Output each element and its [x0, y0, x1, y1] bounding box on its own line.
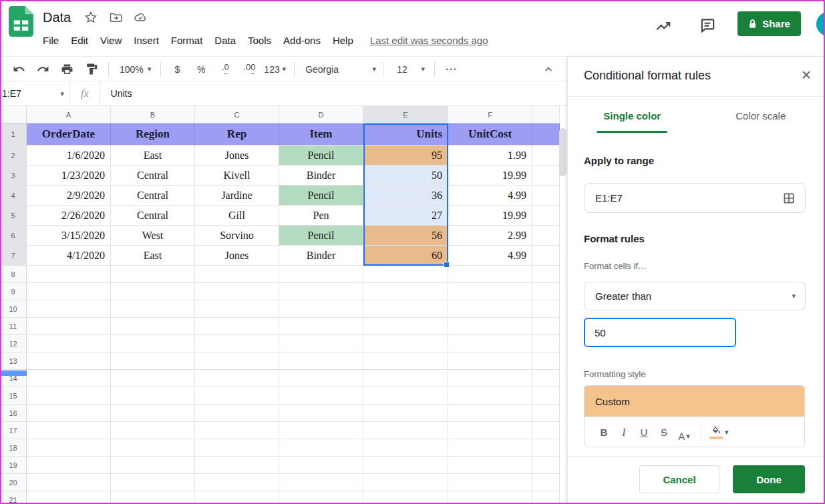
cell[interactable] — [111, 335, 195, 352]
row-header-20[interactable]: 20 — [0, 474, 27, 491]
cell[interactable] — [27, 370, 111, 387]
cell[interactable] — [532, 387, 560, 405]
sheets-logo[interactable] — [9, 6, 33, 37]
cell[interactable] — [448, 283, 532, 300]
cell[interactable] — [195, 283, 279, 300]
cell[interactable] — [279, 335, 363, 352]
cell[interactable]: 95 — [363, 146, 448, 166]
cell[interactable]: Central — [111, 206, 195, 226]
cell[interactable]: 2/26/2020 — [27, 206, 111, 226]
cell[interactable] — [363, 352, 448, 370]
menu-item-file[interactable]: File — [37, 33, 65, 48]
cell[interactable]: 4/1/2020 — [27, 246, 111, 266]
cell[interactable] — [111, 457, 195, 474]
cell[interactable] — [363, 370, 448, 387]
cell[interactable]: 3/15/2020 — [27, 226, 111, 246]
cell[interactable] — [448, 422, 532, 439]
zoom-control[interactable]: 100% ▾ — [116, 64, 155, 75]
column-header-F[interactable]: F — [448, 106, 532, 123]
cell[interactable] — [532, 300, 560, 318]
cell[interactable] — [111, 387, 195, 405]
menu-item-data[interactable]: Data — [208, 33, 242, 48]
percent-format-button[interactable]: % — [192, 60, 210, 79]
cell[interactable] — [279, 422, 363, 439]
cell[interactable]: 1/6/2020 — [27, 146, 111, 166]
cell[interactable] — [195, 457, 279, 474]
cell[interactable] — [363, 300, 448, 318]
select-range-icon[interactable] — [782, 192, 796, 205]
row-header-5[interactable]: 5 — [0, 206, 27, 226]
collapse-toolbar-button[interactable] — [539, 60, 558, 79]
column-header-partial[interactable] — [532, 106, 560, 123]
cancel-button[interactable]: Cancel — [639, 465, 719, 493]
cell[interactable] — [27, 335, 111, 352]
cell[interactable]: West — [111, 226, 195, 246]
menu-item-tools[interactable]: Tools — [242, 33, 277, 48]
cell[interactable]: Pencil — [279, 226, 363, 246]
cell[interactable] — [532, 318, 560, 335]
cell[interactable] — [532, 283, 560, 300]
menu-item-format[interactable]: Format — [165, 33, 209, 48]
cell[interactable] — [27, 457, 111, 474]
cell[interactable]: Jardine — [195, 186, 279, 206]
cell[interactable]: 4.99 — [448, 186, 532, 206]
row-header-10[interactable]: 10 — [0, 300, 27, 318]
cell[interactable] — [363, 474, 448, 491]
row-header-16[interactable]: 16 — [0, 405, 27, 422]
cell[interactable]: 1.99 — [448, 146, 532, 166]
cell[interactable] — [448, 300, 532, 318]
cell[interactable] — [279, 457, 363, 474]
cell[interactable]: Kivell — [195, 166, 279, 186]
range-input[interactable]: E1:E7 — [584, 183, 806, 213]
cell[interactable] — [279, 370, 363, 387]
vertical-scrollbar[interactable] — [559, 128, 566, 176]
row-header-19[interactable]: 19 — [0, 457, 27, 474]
cell[interactable]: 1/23/2020 — [27, 166, 111, 186]
cell-header-rep[interactable]: Rep — [195, 123, 279, 146]
cell[interactable] — [448, 439, 532, 457]
cell[interactable] — [195, 300, 279, 318]
cell[interactable]: 2/9/2020 — [27, 186, 111, 206]
cell[interactable] — [532, 439, 560, 457]
cell[interactable] — [448, 474, 532, 491]
cell[interactable] — [448, 370, 532, 387]
cell[interactable] — [532, 352, 560, 370]
cell-header-partial[interactable] — [532, 123, 560, 146]
column-header-A[interactable]: A — [27, 106, 111, 123]
cell[interactable] — [532, 166, 560, 186]
cell[interactable] — [448, 352, 532, 370]
cell[interactable] — [279, 352, 363, 370]
cell[interactable] — [27, 387, 111, 405]
cell[interactable] — [195, 352, 279, 370]
cell[interactable] — [532, 206, 560, 226]
row-header-9[interactable]: 9 — [0, 283, 27, 300]
cell[interactable] — [279, 491, 363, 504]
currency-format-button[interactable]: $ — [168, 60, 186, 79]
cell[interactable] — [27, 439, 111, 457]
row-header-8[interactable]: 8 — [0, 266, 27, 283]
cell[interactable] — [111, 405, 195, 422]
row-header-6[interactable]: 6 — [0, 226, 27, 246]
cell-header-units[interactable]: Units — [363, 123, 448, 146]
corner-box[interactable] — [0, 106, 27, 123]
cell[interactable] — [111, 370, 195, 387]
star-icon[interactable] — [84, 11, 98, 24]
row-header-12[interactable]: 12 — [0, 335, 27, 352]
cell[interactable] — [27, 422, 111, 439]
cell[interactable] — [363, 318, 448, 335]
cell[interactable] — [195, 387, 279, 405]
cell[interactable] — [279, 318, 363, 335]
cell[interactable] — [363, 335, 448, 352]
cell[interactable]: Pencil — [279, 186, 363, 206]
cell[interactable] — [27, 405, 111, 422]
cell[interactable]: 36 — [363, 186, 448, 206]
column-header-D[interactable]: D — [279, 106, 363, 123]
cell[interactable]: 60 — [363, 246, 448, 266]
row-header-18[interactable]: 18 — [0, 439, 27, 457]
cell[interactable] — [532, 370, 560, 387]
cell[interactable] — [532, 457, 560, 474]
cell[interactable] — [532, 146, 560, 166]
cell[interactable] — [532, 335, 560, 352]
cell[interactable] — [111, 283, 195, 300]
row-header-15[interactable]: 15 — [0, 387, 27, 405]
